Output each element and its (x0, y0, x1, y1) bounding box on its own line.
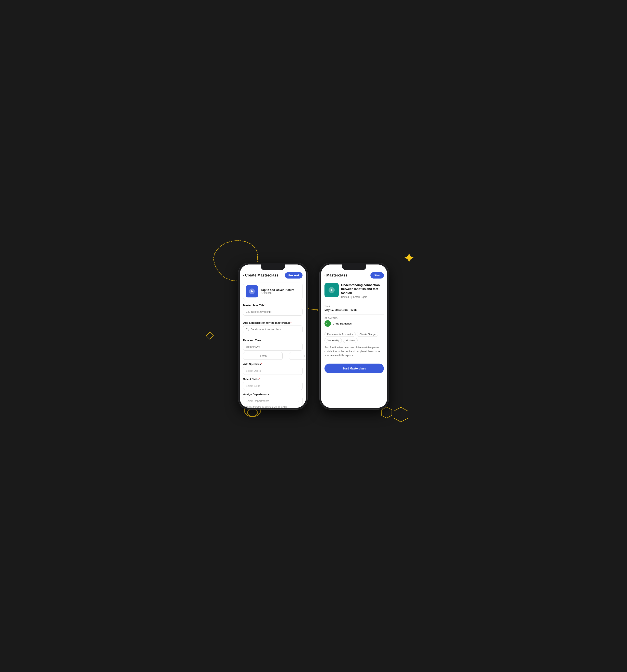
departments-field-group: Assign Departments Select Departments ⌄ … (243, 393, 303, 408)
time-value: May 17, 2024 15:30 - 17:30 (324, 308, 384, 311)
hero-play-icon-circle (329, 287, 335, 293)
right-back-icon: ‹ (324, 273, 326, 277)
notch-left (261, 264, 285, 270)
tag-climate-change: Climate Change (357, 332, 378, 337)
hosted-by: Hosted By Ketaki Ogale (341, 296, 384, 298)
detail-content: Understanding connection between landfil… (321, 281, 387, 390)
select-users-placeholder: Select Users (246, 369, 261, 372)
svg-marker-0 (206, 332, 214, 339)
select-departments-dropdown[interactable]: Select Departments ⌄ (243, 397, 303, 405)
tag-sustainability: Sustainbility (324, 338, 342, 343)
form-content: Tap to add Cover Picture (Optional) Mast… (240, 281, 306, 408)
tag-env-economics: Environmental Economics (324, 332, 356, 337)
desc-field-group: Add a description for the masterclass* (243, 321, 303, 336)
right-screen-header: ‹ Masterclass Start (321, 270, 387, 281)
select-skills-placeholder: Select Skills (246, 384, 260, 387)
left-back-icon: ‹ (243, 273, 244, 277)
cover-pic-thumbnail (246, 285, 258, 297)
tap-to-add-label: Tap to add Cover Picture (261, 288, 294, 291)
left-back-button[interactable]: ‹ (243, 273, 244, 277)
optional-label: (Optional) (261, 291, 294, 294)
divider-1 (324, 314, 384, 315)
svg-marker-1 (394, 407, 408, 422)
event-title: Understanding connection between landfil… (341, 283, 384, 295)
play-triangle-icon (251, 290, 253, 292)
speakers-section-label: SPEAKERS (324, 317, 384, 319)
desc-input[interactable] (243, 326, 303, 333)
departments-label: Assign Departments (243, 393, 303, 396)
speaker-row: CD Craig Danielles (324, 320, 384, 327)
masterclass-detail-screen[interactable]: ‹ Masterclass Start (321, 264, 387, 408)
cover-pic-row[interactable]: Tap to add Cover Picture (Optional) (243, 283, 303, 300)
title-field-group: Masterclass Title* (243, 304, 303, 318)
skills-chevron-icon: ⌄ (298, 384, 300, 387)
proceed-button[interactable]: Proceed (285, 272, 303, 279)
right-back-button[interactable]: ‹ (324, 273, 326, 277)
select-skills-dropdown[interactable]: Select Skills ⌄ (243, 382, 303, 390)
svg-point-4 (247, 409, 258, 416)
time-start-input[interactable] (243, 352, 283, 360)
datetime-label: Date and Time (243, 339, 303, 342)
start-masterclass-button[interactable]: Start Masterclass (324, 364, 384, 373)
time-end-input[interactable] (289, 352, 306, 360)
departments-chevron-icon: ⌄ (298, 399, 300, 402)
skills-label: Select Skills* (243, 378, 303, 381)
deco-hexagon-large (393, 407, 409, 424)
speakers-field-group: Add Speakers* Select Users ⌄ (243, 363, 303, 375)
notch-right (342, 264, 366, 270)
event-description: Fast Fashion has been one of the most da… (324, 346, 384, 357)
left-screen-header: ‹ Create Masterclass Proceed (240, 270, 306, 281)
datetime-field-group: Date and Time — (243, 339, 303, 360)
left-screen-title: Create Masterclass (245, 273, 285, 278)
tags-row: Environmental Economics Climate Change S… (324, 332, 384, 343)
create-masterclass-screen[interactable]: ‹ Create Masterclass Proceed (240, 264, 306, 408)
chevron-down-icon: ⌄ (298, 369, 300, 372)
speaker-initials: CD (326, 322, 329, 325)
time-dash: — (284, 354, 287, 358)
play-icon-circle (249, 288, 255, 294)
deco-star: ✦ (403, 251, 415, 265)
time-section-label: TIME (324, 305, 384, 308)
svg-marker-2 (382, 407, 392, 418)
left-phone: ‹ Create Masterclass Proceed (238, 263, 307, 409)
deco-diamond-left (206, 332, 214, 341)
date-input[interactable] (243, 343, 303, 351)
title-input[interactable] (243, 308, 303, 316)
time-row: — (243, 352, 303, 360)
right-phone: ‹ Masterclass Start (320, 263, 389, 409)
hero-play-triangle-icon (331, 289, 333, 291)
svg-point-6 (317, 309, 318, 311)
start-header-button[interactable]: Start (371, 272, 384, 279)
right-screen-title: Masterclass (326, 273, 371, 278)
departments-note: Everyone from the department will be inv… (243, 406, 303, 408)
masterclass-hero: Understanding connection between landfil… (324, 283, 384, 302)
select-users-dropdown[interactable]: Select Users ⌄ (243, 367, 303, 375)
hero-thumbnail (324, 283, 339, 297)
skills-field-group: Select Skills* Select Skills ⌄ (243, 378, 303, 390)
select-departments-placeholder: Select Departments (246, 399, 269, 403)
title-field-label: Masterclass Title* (243, 304, 303, 307)
speakers-label: Add Speakers* (243, 363, 303, 366)
desc-field-label: Add a description for the masterclass* (243, 321, 303, 324)
speaker-avatar: CD (324, 320, 331, 327)
speaker-name: Craig Danielles (333, 322, 352, 325)
tag-extra: +2 others (343, 338, 358, 343)
scene: ✦ (202, 244, 425, 428)
